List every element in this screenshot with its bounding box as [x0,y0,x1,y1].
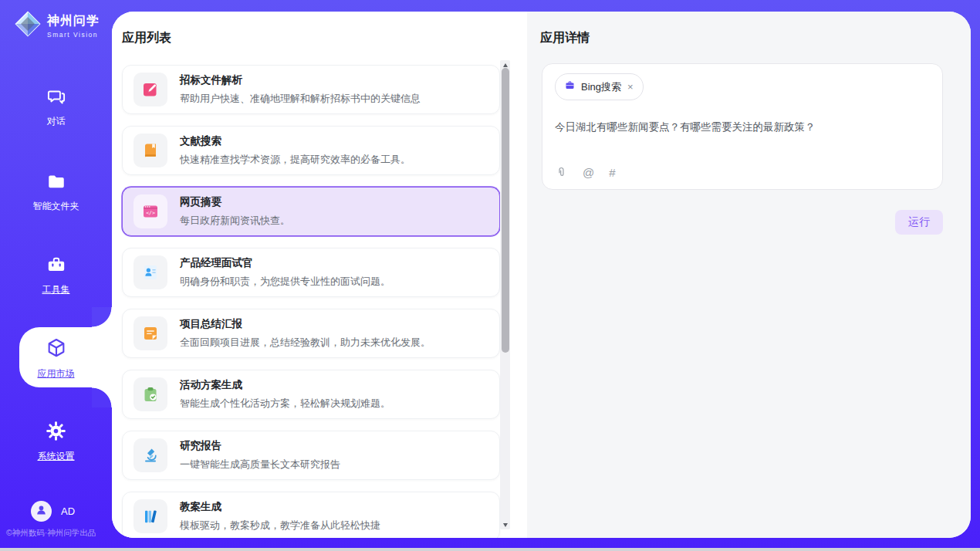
app-card-title: 项目总结汇报 [180,317,431,331]
sidebar: 神州问学 Smart Vision 对话 智能文件夹 [0,0,112,551]
briefcase-icon [564,79,576,94]
person-icon [35,503,48,519]
editor-toolbar: @ # [555,166,616,179]
books-icon [133,499,167,533]
app-detail-pane: 应用详情 Bing搜索 × 今日湖北有哪些新闻要点？有哪些需要关注的最新政策？ [527,12,971,538]
query-text[interactable]: 今日湖北有哪些新闻要点？有哪些需要关注的最新政策？ [555,120,930,134]
paperclip-icon[interactable] [555,166,568,179]
app-card-description: 每日政府新闻资讯快查。 [180,214,290,228]
app-card-description: 帮助用户快速、准确地理解和解析招标书中的关键信息 [180,92,421,106]
bottom-edge-strip [0,548,980,551]
clipboard-check-icon [133,377,167,411]
run-row: 运行 [895,210,943,235]
cube-icon [46,348,67,361]
app-card-title: 教案生成 [180,500,380,514]
app-logo: 神州问学 Smart Vision [14,10,100,41]
sidebar-footer: ©神州数码·神州问学出品 [6,528,96,539]
book-icon [133,134,167,167]
sidebar-item-toolset[interactable]: 工具集 [0,255,112,296]
app-card-project-summary[interactable]: 项目总结汇报 全面回顾项目进展，总结经验教训，助力未来优化发展。 [122,309,500,358]
gear-icon [46,431,66,444]
sidebar-item-smart-folder[interactable]: 智能文件夹 [0,171,112,213]
folder-icon [46,181,66,194]
close-icon[interactable]: × [627,82,634,92]
user-name: AD [61,505,75,517]
app-card-description: 全面回顾项目进展，总结经验教训，助力未来优化发展。 [180,336,431,350]
query-editor[interactable]: Bing搜索 × 今日湖北有哪些新闻要点？有哪些需要关注的最新政策？ @ # [542,63,943,190]
app-card-research-report[interactable]: 研究报告 一键智能生成高质量长文本研究报告 [122,431,500,480]
sidebar-item-settings[interactable]: 系统设置 [0,421,112,463]
chat-icon [46,96,66,109]
note-icon [133,316,167,350]
app-detail-title: 应用详情 [540,30,590,46]
app-card-description: 快速精准查找学术资源，提高研究效率的必备工具。 [180,153,411,167]
app-card-list: 招标文件解析 帮助用户快速、准确地理解和解析招标书中的关键信息 文献搜索 快速精… [122,65,500,538]
tool-tag-bing-search[interactable]: Bing搜索 × [555,73,644,100]
app-list-pane: 应用列表 招标文件解析 帮助用户快速、准确地理解和解析招标书中的关键信息 [112,12,527,538]
mention-icon[interactable]: @ [583,166,594,179]
app-card-description: 明确身份和职责，为您提供专业性的面试问题。 [180,275,390,289]
sidebar-item-label: 应用市场 [0,367,112,380]
run-button[interactable]: 运行 [895,210,943,235]
app-card-pm-interviewer[interactable]: 产品经理面试官 明确身份和职责，为您提供专业性的面试问题。 [122,248,500,297]
svg-text:</>: </> [146,210,155,216]
sidebar-item-label: 对话 [0,115,112,128]
app-card-title: 研究报告 [180,439,340,453]
app-card-event-plan[interactable]: 活动方案生成 智能生成个性化活动方案，轻松解决规划难题。 [122,370,500,419]
sidebar-item-label: 工具集 [0,283,112,296]
app-card-description: 一键智能生成高质量长文本研究报告 [180,458,340,472]
scroll-down-icon[interactable] [500,520,510,529]
sidebar-item-label: 系统设置 [0,450,112,463]
user-account[interactable]: AD [31,501,75,522]
bubble-curve-top [92,307,112,327]
scrollbar-thumb[interactable] [502,68,509,353]
app-card-title: 网页摘要 [180,195,290,209]
sidebar-item-chat[interactable]: 对话 [0,86,112,128]
gem-logo-icon [14,10,42,41]
sidebar-item-label: 智能文件夹 [0,200,112,213]
microscope-icon [133,438,167,472]
pen-document-icon [133,73,167,106]
bubble-curve-bottom [92,387,112,407]
toolbox-icon [46,264,66,277]
tool-tag-label: Bing搜索 [581,80,621,94]
app-list-scrollbar[interactable] [500,60,510,529]
main-panel: 应用列表 招标文件解析 帮助用户快速、准确地理解和解析招标书中的关键信息 [112,12,971,538]
app-card-bid-parsing[interactable]: 招标文件解析 帮助用户快速、准确地理解和解析招标书中的关键信息 [122,65,500,114]
interviewer-icon [133,255,167,289]
logo-subtitle: Smart Vision [47,31,100,39]
app-card-title: 文献搜索 [180,134,411,148]
app-card-title: 活动方案生成 [180,378,390,392]
app-card-literature-search[interactable]: 文献搜索 快速精准查找学术资源，提高研究效率的必备工具。 [122,126,500,175]
hashtag-icon[interactable]: # [609,166,615,179]
app-card-title: 产品经理面试官 [180,256,390,270]
app-card-web-summary[interactable]: </> 网页摘要 每日政府新闻资讯快查。 [122,187,500,236]
app-card-description: 模板驱动，教案秒成，教学准备从此轻松快捷 [180,519,380,532]
app-card-title: 招标文件解析 [180,73,421,87]
browser-code-icon: </> [133,194,167,228]
sidebar-item-app-market[interactable]: 应用市场 [0,337,112,380]
avatar [31,501,52,522]
app-card-description: 智能生成个性化活动方案，轻松解决规划难题。 [180,397,390,411]
app-card-lesson-plan[interactable]: 教案生成 模板驱动，教案秒成，教学准备从此轻松快捷 [122,492,500,538]
app-list-title: 应用列表 [122,30,171,46]
logo-title: 神州问学 [47,13,100,29]
